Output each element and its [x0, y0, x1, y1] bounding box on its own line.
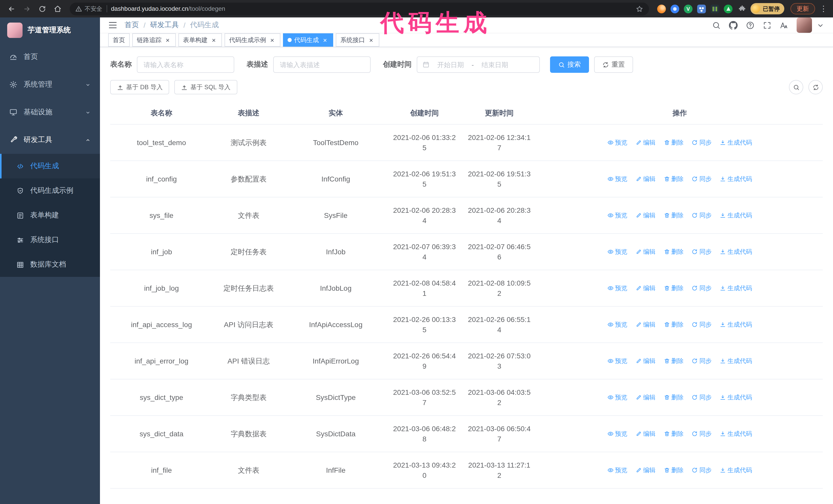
user-menu-caret-icon[interactable]	[816, 21, 825, 29]
tab-trace[interactable]: 链路追踪 ×	[132, 33, 176, 47]
edit-link[interactable]: 编辑	[635, 392, 656, 402]
extension-icon-6[interactable]	[724, 4, 733, 13]
close-icon[interactable]: ×	[164, 37, 171, 44]
tab-codegen[interactable]: 代码生成 ×	[283, 33, 333, 47]
header-search-icon[interactable]	[712, 21, 721, 29]
edit-link[interactable]: 编辑	[635, 465, 656, 475]
user-avatar[interactable]	[796, 18, 812, 33]
close-icon[interactable]: ×	[367, 37, 375, 44]
extensions-puzzle-icon[interactable]	[737, 4, 746, 13]
delete-link[interactable]: 删除	[664, 319, 684, 330]
sync-link[interactable]: 同步	[692, 465, 712, 475]
refresh-table-button[interactable]	[808, 80, 823, 94]
start-date-input[interactable]	[432, 61, 470, 68]
generate-code-link[interactable]: 生成代码	[720, 428, 752, 439]
preview-link[interactable]: 预览	[607, 283, 627, 293]
toggle-search-button[interactable]	[789, 80, 803, 94]
close-icon[interactable]: ×	[322, 37, 329, 44]
import-sql-button[interactable]: 基于 SQL 导入	[174, 80, 237, 94]
generate-code-link[interactable]: 生成代码	[720, 319, 752, 330]
tab-form-builder[interactable]: 表单构建 ×	[178, 33, 222, 47]
preview-link[interactable]: 预览	[607, 465, 627, 475]
sync-link[interactable]: 同步	[692, 246, 712, 257]
breadcrumb-home[interactable]: 首页	[124, 21, 139, 30]
generate-code-link[interactable]: 生成代码	[720, 137, 752, 147]
app-logo[interactable]: 芋道管理系统	[0, 18, 100, 43]
tab-codegen-demo[interactable]: 代码生成示例 ×	[224, 33, 280, 47]
sidebar-item-home[interactable]: 首页	[0, 43, 100, 71]
delete-link[interactable]: 删除	[664, 210, 684, 220]
generate-code-link[interactable]: 生成代码	[720, 465, 752, 475]
edit-link[interactable]: 编辑	[635, 319, 656, 330]
edit-link[interactable]: 编辑	[635, 137, 656, 147]
preview-link[interactable]: 预览	[607, 210, 627, 220]
delete-link[interactable]: 删除	[664, 137, 684, 147]
preview-link[interactable]: 预览	[607, 392, 627, 402]
tab-home[interactable]: 首页	[108, 33, 130, 47]
reset-button[interactable]: 重置	[594, 56, 633, 73]
edit-link[interactable]: 编辑	[635, 428, 656, 439]
browser-menu-kebab-icon[interactable]: ⋮	[820, 4, 826, 13]
delete-link[interactable]: 删除	[664, 173, 684, 184]
breadcrumb-dev-tools[interactable]: 研发工具	[150, 21, 179, 30]
profile-paused-badge[interactable]: 已暂停	[751, 3, 784, 14]
sync-link[interactable]: 同步	[692, 283, 712, 293]
generate-code-link[interactable]: 生成代码	[720, 173, 752, 184]
sidebar-subitem-codegen-demo[interactable]: 代码生成示例	[0, 178, 100, 203]
preview-link[interactable]: 预览	[607, 319, 627, 330]
sidebar-subitem-system-api[interactable]: 系统接口	[0, 227, 100, 252]
preview-link[interactable]: 预览	[607, 246, 627, 257]
preview-link[interactable]: 预览	[607, 173, 627, 184]
preview-link[interactable]: 预览	[607, 137, 627, 147]
delete-link[interactable]: 删除	[664, 283, 684, 293]
close-icon[interactable]: ×	[269, 37, 276, 44]
preview-link[interactable]: 预览	[607, 356, 627, 366]
delete-link[interactable]: 删除	[664, 246, 684, 257]
generate-code-link[interactable]: 生成代码	[720, 392, 752, 402]
end-date-input[interactable]	[476, 61, 514, 68]
sidebar-subitem-codegen[interactable]: 代码生成	[0, 154, 100, 178]
sidebar-subitem-db-doc[interactable]: 数据库文档	[0, 252, 100, 277]
sync-link[interactable]: 同步	[692, 356, 712, 366]
edit-link[interactable]: 编辑	[635, 210, 656, 220]
font-size-icon[interactable]	[780, 21, 788, 29]
sync-link[interactable]: 同步	[692, 137, 712, 147]
extension-icon-3[interactable]	[684, 4, 693, 13]
tab-system-api[interactable]: 系统接口 ×	[336, 33, 379, 47]
extension-icon-1[interactable]	[657, 4, 666, 13]
bookmark-star-icon[interactable]	[636, 5, 643, 13]
sync-link[interactable]: 同步	[692, 428, 712, 439]
search-button[interactable]: 搜索	[550, 56, 589, 73]
browser-forward-button[interactable]	[21, 3, 33, 15]
sync-link[interactable]: 同步	[692, 392, 712, 402]
sync-link[interactable]: 同步	[692, 210, 712, 220]
generate-code-link[interactable]: 生成代码	[720, 210, 752, 220]
sidebar-item-system-management[interactable]: 系统管理	[0, 71, 100, 98]
close-icon[interactable]: ×	[210, 37, 217, 44]
delete-link[interactable]: 删除	[664, 392, 684, 402]
create-time-range-picker[interactable]: -	[417, 56, 540, 73]
delete-link[interactable]: 删除	[664, 356, 684, 366]
delete-link[interactable]: 删除	[664, 428, 684, 439]
fullscreen-icon[interactable]	[763, 21, 771, 29]
edit-link[interactable]: 编辑	[635, 356, 656, 366]
extension-icon-5[interactable]	[711, 4, 719, 13]
sidebar-subitem-form-builder[interactable]: 表单构建	[0, 203, 100, 227]
address-bar[interactable]: 不安全 dashboard.yudao.iocoder.cn/tool/code…	[70, 2, 649, 15]
sync-link[interactable]: 同步	[692, 173, 712, 184]
browser-back-button[interactable]	[5, 3, 18, 15]
preview-link[interactable]: 预览	[607, 428, 627, 439]
generate-code-link[interactable]: 生成代码	[720, 283, 752, 293]
table-desc-input[interactable]	[273, 56, 371, 73]
extension-icon-2[interactable]	[670, 4, 679, 13]
browser-reload-button[interactable]	[36, 3, 48, 15]
security-chip[interactable]: 不安全	[75, 5, 102, 13]
sidebar-item-infrastructure[interactable]: 基础设施	[0, 98, 100, 126]
generate-code-link[interactable]: 生成代码	[720, 246, 752, 257]
edit-link[interactable]: 编辑	[635, 173, 656, 184]
edit-link[interactable]: 编辑	[635, 246, 656, 257]
browser-update-button[interactable]: 更新	[790, 3, 815, 14]
help-icon[interactable]	[746, 21, 755, 29]
sidebar-toggle-button[interactable]	[108, 21, 117, 30]
import-db-button[interactable]: 基于 DB 导入	[110, 80, 169, 94]
